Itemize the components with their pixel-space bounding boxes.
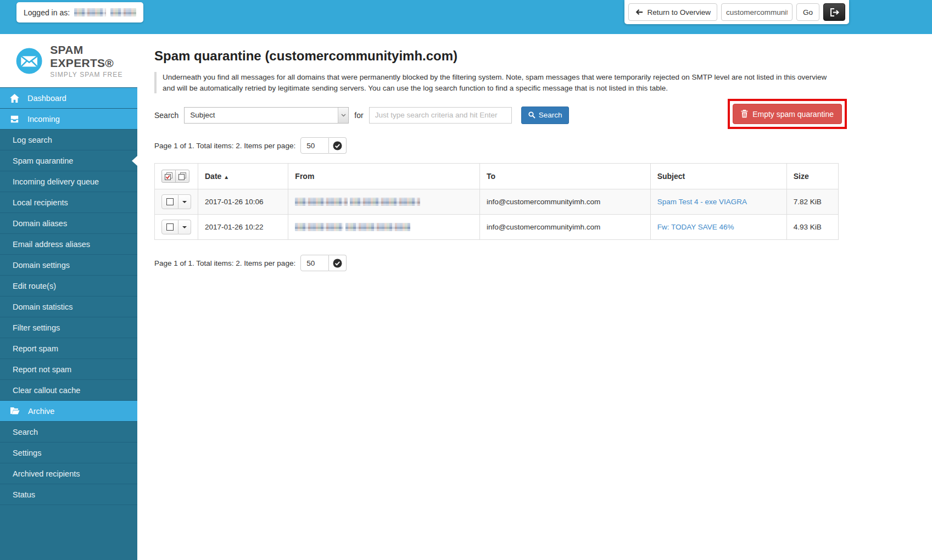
sidebar-item-label: Archive (28, 407, 54, 416)
logo-tagline: SIMPLY SPAM FREE (50, 71, 137, 79)
sidebar-item-status[interactable]: Status (0, 484, 137, 505)
caret-down-icon (182, 226, 187, 228)
redacted-username-2 (110, 8, 136, 16)
sidebar-item-incoming-delivery-queue[interactable]: Incoming delivery queue (0, 171, 137, 192)
deselect-all-button[interactable] (175, 170, 189, 183)
logout-icon (829, 8, 840, 17)
sidebar-item-label: Archived recipients (13, 469, 80, 478)
sidebar-item-label: Edit route(s) (13, 282, 56, 290)
cell-date: 2017-01-26 10:22 (198, 215, 288, 240)
pagination-top: Page 1 of 1. Total items: 2. Items per p… (154, 137, 932, 154)
go-label: Go (803, 8, 813, 16)
sidebar-item-archive-settings[interactable]: Settings (0, 443, 137, 463)
sidebar-item-incoming[interactable]: Incoming (0, 109, 137, 130)
sidebar-item-log-search[interactable]: Log search (0, 130, 137, 150)
sidebar-item-label: Spam quarantine (13, 156, 73, 165)
checkbox-icon (166, 223, 174, 231)
sidebar-item-domain-statistics[interactable]: Domain statistics (0, 296, 137, 317)
sidebar-menu: Dashboard Incoming Log search Spam quara… (0, 87, 137, 560)
items-per-page-input[interactable] (300, 137, 329, 154)
subject-link[interactable]: Fw: TODAY SAVE 46% (657, 223, 734, 231)
domain-input[interactable] (721, 3, 793, 21)
search-toolbar: Search Subject for Search (154, 105, 932, 125)
bulk-select-buttons (161, 170, 191, 183)
caret-down-icon (182, 201, 187, 203)
sidebar-item-dashboard[interactable]: Dashboard (0, 88, 137, 109)
page-description: Underneath you find all messages for all… (154, 72, 831, 93)
redacted-from-address (350, 198, 420, 206)
column-header-to[interactable]: To (480, 164, 651, 189)
sidebar-item-label: Incoming (27, 115, 60, 124)
home-icon (10, 94, 19, 103)
cell-size: 7.82 KiB (786, 189, 838, 215)
cell-to: info@customercommunityimh.com (480, 189, 651, 215)
cell-subject: Fw: TODAY SAVE 46% (650, 215, 786, 240)
sidebar-item-archive[interactable]: Archive (0, 401, 137, 422)
row-checkbox[interactable] (161, 194, 178, 209)
cell-to: info@customercommunityimh.com (480, 215, 651, 240)
row-actions-dropdown[interactable] (178, 194, 191, 209)
sidebar-item-local-recipients[interactable]: Local recipients (0, 192, 137, 213)
sidebar: SPAM EXPERTS® SIMPLY SPAM FREE Dashboard… (0, 34, 137, 560)
column-header-from[interactable]: From (288, 164, 480, 189)
search-field-selected-value: Subject (185, 108, 338, 123)
sidebar-item-domain-settings[interactable]: Domain settings (0, 255, 137, 276)
apply-items-per-page-button[interactable] (329, 255, 347, 271)
sidebar-item-email-address-aliases[interactable]: Email address aliases (0, 234, 137, 255)
sidebar-item-label: Search (13, 428, 38, 436)
logged-in-as-label: Logged in as: (24, 8, 70, 17)
sidebar-item-clear-callout-cache[interactable]: Clear callout cache (0, 380, 137, 401)
page-title: Spam quarantine (customercommunityimh.co… (154, 48, 932, 64)
column-header-size[interactable]: Size (786, 164, 838, 189)
row-actions-dropdown[interactable] (178, 220, 191, 234)
column-header-subject[interactable]: Subject (650, 164, 786, 189)
sidebar-item-label: Report spam (13, 344, 58, 353)
sidebar-item-label: Local recipients (13, 198, 68, 207)
row-checkbox[interactable] (161, 220, 178, 234)
sidebar-item-label: Domain aliases (13, 219, 67, 228)
quarantine-table: Date▲ From To Subject Size 2017-01-26 10… (154, 163, 839, 240)
sort-ascending-icon: ▲ (224, 174, 229, 180)
sidebar-item-label: Dashboard (27, 94, 66, 103)
logo-title: SPAM EXPERTS® (50, 43, 137, 70)
top-bar: Logged in as: Return to Overview Go (0, 0, 932, 34)
red-highlight-box: Empty spam quarantine (728, 99, 847, 129)
sidebar-item-filter-settings[interactable]: Filter settings (0, 317, 137, 338)
check-circle-icon (333, 141, 342, 150)
sidebar-item-report-spam[interactable]: Report spam (0, 338, 137, 359)
pagination-bottom: Page 1 of 1. Total items: 2. Items per p… (154, 255, 932, 271)
checkbox-icon (166, 198, 174, 205)
search-button-label: Search (539, 111, 562, 119)
search-field-select[interactable]: Subject (184, 107, 349, 124)
sidebar-item-archived-recipients[interactable]: Archived recipients (0, 463, 137, 484)
sidebar-item-report-not-spam[interactable]: Report not spam (0, 359, 137, 380)
redacted-from-address (295, 223, 343, 231)
empty-spam-quarantine-button[interactable]: Empty spam quarantine (733, 104, 842, 124)
sidebar-item-label: Filter settings (13, 323, 60, 332)
sidebar-item-label: Clear callout cache (13, 386, 80, 395)
items-per-page-input[interactable] (300, 255, 329, 271)
empty-spam-quarantine-label: Empty spam quarantine (752, 110, 834, 119)
sidebar-item-archive-search[interactable]: Search (0, 422, 137, 443)
subject-link[interactable]: Spam Test 4 - exe VIAGRA (657, 198, 747, 206)
search-label: Search (154, 111, 178, 120)
apply-items-per-page-button[interactable] (329, 137, 347, 154)
return-to-overview-button[interactable]: Return to Overview (628, 3, 717, 21)
trash-icon (741, 110, 748, 118)
row-action-split-button (161, 220, 191, 234)
select-all-checkbox-icon (165, 172, 172, 180)
search-button[interactable]: Search (521, 107, 570, 124)
column-header-date[interactable]: Date▲ (198, 164, 288, 189)
sidebar-item-label: Domain settings (13, 261, 70, 270)
redacted-username (74, 8, 106, 16)
redacted-from-address (295, 198, 348, 206)
sidebar-item-spam-quarantine[interactable]: Spam quarantine (0, 150, 137, 171)
select-all-button[interactable] (161, 170, 176, 183)
arrow-left-icon (635, 8, 643, 16)
check-circle-icon (333, 259, 342, 268)
sidebar-item-domain-aliases[interactable]: Domain aliases (0, 213, 137, 234)
sidebar-item-edit-routes[interactable]: Edit route(s) (0, 276, 137, 296)
logout-button[interactable] (823, 3, 845, 21)
go-button[interactable]: Go (796, 3, 819, 21)
search-criteria-input[interactable] (369, 107, 512, 124)
